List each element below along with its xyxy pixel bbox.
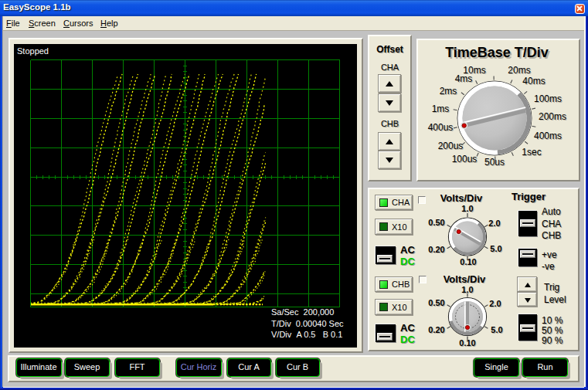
svg-text:1.0: 1.0 bbox=[461, 204, 473, 213]
svg-text:400us: 400us bbox=[428, 122, 454, 133]
svg-text:40ms: 40ms bbox=[522, 76, 545, 86]
svg-text:2.0: 2.0 bbox=[489, 299, 501, 308]
svg-text:T/Div 0.00040 Sec: T/Div 0.00040 Sec bbox=[271, 319, 344, 328]
svg-text:Stopped: Stopped bbox=[17, 46, 49, 56]
svg-text:Volts/Div: Volts/Div bbox=[440, 192, 483, 204]
svg-text:0.20: 0.20 bbox=[428, 245, 444, 254]
svg-text:100ms: 100ms bbox=[534, 93, 562, 104]
svg-text:200us: 200us bbox=[438, 141, 464, 151]
svg-text:0.20: 0.20 bbox=[428, 325, 444, 334]
svg-text:2.0: 2.0 bbox=[488, 219, 500, 228]
svg-text:Sa/Sec 200,000: Sa/Sec 200,000 bbox=[271, 307, 334, 317]
svg-text:0.10: 0.10 bbox=[460, 257, 476, 266]
svg-text:Volts/Div: Volts/Div bbox=[444, 273, 486, 285]
svg-text:2ms: 2ms bbox=[440, 86, 457, 97]
svg-text:0.10: 0.10 bbox=[459, 338, 475, 348]
svg-text:1sec: 1sec bbox=[522, 147, 541, 158]
svg-text:50us: 50us bbox=[484, 157, 505, 168]
svg-text:0.50: 0.50 bbox=[428, 298, 444, 307]
svg-text:TimeBase T/Div: TimeBase T/Div bbox=[445, 45, 549, 60]
svg-text:V/Div A 0.5 B 0.1: V/Div A 0.5 B 0.1 bbox=[271, 330, 342, 339]
svg-text:100us: 100us bbox=[452, 154, 478, 164]
svg-text:1.0: 1.0 bbox=[461, 285, 473, 294]
svg-text:5.0: 5.0 bbox=[490, 244, 501, 253]
svg-text:5.0: 5.0 bbox=[491, 325, 502, 334]
svg-text:4ms: 4ms bbox=[455, 73, 473, 84]
svg-text:0.50: 0.50 bbox=[428, 218, 444, 227]
svg-text:200ms: 200ms bbox=[539, 111, 566, 122]
svg-text:400ms: 400ms bbox=[534, 131, 562, 141]
svg-text:20ms: 20ms bbox=[508, 65, 530, 76]
svg-text:1ms: 1ms bbox=[432, 103, 450, 114]
